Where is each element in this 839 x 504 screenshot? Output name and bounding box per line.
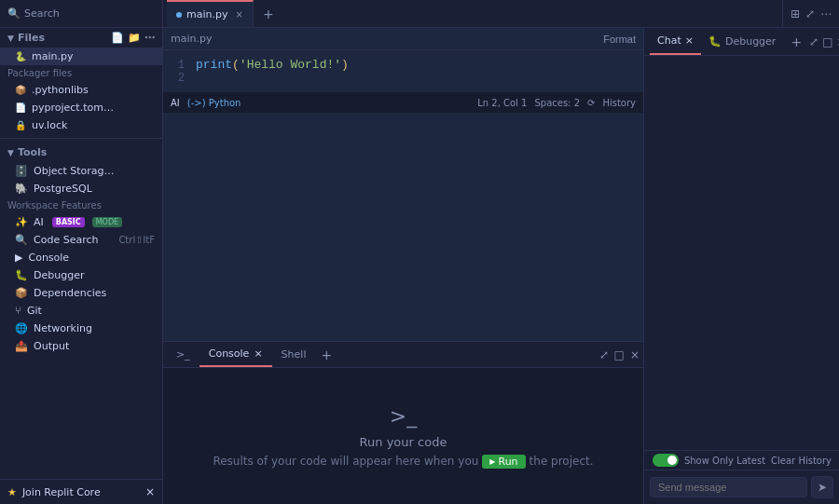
pyproject-icon: 📄 bbox=[15, 102, 26, 113]
git-label: Git bbox=[27, 305, 42, 317]
code-search-shortcut: Ctrl⇧ltF bbox=[118, 235, 155, 245]
pythonlibs-icon: 📦 bbox=[15, 85, 26, 95]
files-section-header[interactable]: ▼ Files 📄 📁 ⋯ bbox=[0, 28, 162, 48]
sidebar-item-code-search[interactable]: 🔍 Code Search Ctrl⇧ltF bbox=[0, 231, 162, 249]
files-more-icon[interactable]: ⋯ bbox=[144, 32, 155, 44]
right-max-icon[interactable]: □ bbox=[822, 35, 832, 48]
debugger-tab-icon: 🐛 bbox=[708, 35, 722, 48]
search-wrap[interactable]: 🔍 Search bbox=[7, 7, 60, 20]
sidebar-item-networking[interactable]: 🌐 Networking bbox=[0, 320, 162, 337]
bottom-tabs-bar: >_ Console × Shell + ⤢ □ × bbox=[163, 342, 643, 368]
networking-label: Networking bbox=[34, 322, 92, 334]
top-bar-search: 🔍 Search bbox=[0, 0, 163, 27]
bottom-panel-icons: ⤢ □ × bbox=[599, 348, 640, 361]
sidebar-file-pyproject[interactable]: 📄 pyproject.tom… bbox=[0, 99, 162, 116]
code-search-icon: 🔍 bbox=[15, 234, 28, 246]
dots-icon[interactable]: ⋯ bbox=[820, 7, 832, 20]
run-instruction-prefix: Results of your code will appear here wh… bbox=[213, 455, 478, 468]
pyproject-label: pyproject.tom… bbox=[32, 102, 114, 114]
debugger-label: Debugger bbox=[34, 269, 84, 281]
tools-section-header[interactable]: ▼ Tools bbox=[0, 143, 162, 162]
tab-shell[interactable]: Shell bbox=[272, 342, 316, 367]
bottom-expand-icon[interactable]: ⤢ bbox=[599, 348, 609, 361]
run-button[interactable]: ▶ Run bbox=[482, 455, 525, 469]
bottom-icon-left[interactable]: >_ bbox=[167, 342, 199, 367]
show-only-latest-toggle[interactable] bbox=[653, 454, 679, 467]
sidebar-file-main-py[interactable]: 🐍 main.py bbox=[0, 48, 162, 65]
chat-input-area: ➤ bbox=[644, 470, 839, 504]
bottom-close-icon[interactable]: × bbox=[630, 348, 640, 361]
status-ai: AI bbox=[171, 98, 180, 108]
sidebar-item-postgresql[interactable]: 🐘 PostgreSQL bbox=[0, 180, 162, 198]
expand-icon[interactable]: ⤢ bbox=[805, 7, 815, 20]
clear-history-btn[interactable]: Clear History bbox=[771, 456, 832, 466]
grid-icon[interactable]: ⊞ bbox=[791, 7, 800, 20]
sidebar-item-output[interactable]: 📤 Output bbox=[0, 337, 162, 355]
chat-messages bbox=[644, 56, 839, 450]
debugger-icon: 🐛 bbox=[15, 269, 28, 281]
new-file-icon[interactable]: 📄 bbox=[111, 32, 124, 44]
add-right-tab-btn[interactable]: + bbox=[783, 34, 809, 49]
join-replit-label: Join Replit Core bbox=[22, 486, 101, 498]
add-tab-btn[interactable]: + bbox=[255, 7, 282, 21]
sidebar-item-console[interactable]: ▶ Console bbox=[0, 249, 162, 266]
git-icon: ⑂ bbox=[15, 305, 21, 317]
new-folder-icon[interactable]: 📁 bbox=[128, 32, 141, 44]
mode-badge: MODE bbox=[92, 217, 122, 227]
run-btn-label: Run bbox=[498, 456, 517, 468]
tools-label: Tools bbox=[18, 146, 47, 158]
tab-close-icon[interactable]: × bbox=[235, 9, 242, 20]
basic-badge: BASIC bbox=[52, 217, 85, 227]
console-icon: ▶ bbox=[15, 252, 22, 264]
terminal-icon-left: >_ bbox=[176, 348, 190, 361]
search-icon: 🔍 bbox=[7, 7, 21, 20]
star-icon: ★ bbox=[7, 486, 17, 498]
console-tab-close[interactable]: × bbox=[254, 347, 262, 360]
debugger-tab-label: Debugger bbox=[725, 35, 776, 48]
sidebar-file-uvlock[interactable]: 🔒 uv.lock bbox=[0, 116, 162, 134]
sidebar-item-object-storage[interactable]: 🗄️ Object Storag… bbox=[0, 162, 162, 180]
chat-input-field[interactable] bbox=[650, 477, 807, 497]
status-position: Ln 2, Col 1 bbox=[477, 98, 527, 108]
sidebar-file-pythonlibs[interactable]: 📦 .pythonlibs bbox=[0, 81, 162, 99]
join-close-icon[interactable]: × bbox=[145, 485, 155, 498]
join-replit-bar[interactable]: ★ Join Replit Core × bbox=[0, 479, 162, 504]
shell-tab-label: Shell bbox=[282, 348, 307, 361]
chat-send-button[interactable]: ➤ bbox=[811, 476, 833, 498]
sidebar-item-debugger[interactable]: 🐛 Debugger bbox=[0, 266, 162, 284]
files-actions: 📄 📁 ⋯ bbox=[111, 32, 155, 44]
dependencies-label: Dependencies bbox=[34, 287, 106, 299]
postgresql-icon: 🐘 bbox=[15, 183, 28, 195]
bottom-max-icon[interactable]: □ bbox=[614, 348, 625, 361]
right-panel-content: Show Only Latest Clear History ➤ bbox=[644, 56, 839, 504]
files-header-left: ▼ Files bbox=[7, 32, 45, 44]
chat-tab-close[interactable]: × bbox=[685, 34, 694, 47]
tab-debugger[interactable]: 🐛 Debugger bbox=[701, 28, 783, 55]
sidebar-item-git[interactable]: ⑂ Git bbox=[0, 302, 162, 320]
editor-top-bar: main.py Format bbox=[163, 28, 643, 50]
terminal-prompt: >_ bbox=[390, 404, 417, 428]
file-tab-main[interactable]: main.py × bbox=[167, 0, 254, 27]
format-button[interactable]: Format bbox=[603, 34, 636, 45]
chat-tab-label: Chat bbox=[657, 34, 681, 47]
tab-console[interactable]: Console × bbox=[199, 342, 272, 367]
run-triangle-icon: ▶ bbox=[489, 457, 495, 466]
top-bar: 🔍 Search main.py × + ⊞ ⤢ ⋯ bbox=[0, 0, 839, 28]
sidebar-item-ai[interactable]: ✨ AI BASIC MODE bbox=[0, 213, 162, 231]
history-icon[interactable]: ⟳ bbox=[587, 98, 595, 108]
editor-content[interactable]: 1 print('Hello World!') 2 bbox=[163, 50, 643, 92]
add-bottom-tab-btn[interactable]: + bbox=[315, 347, 337, 362]
right-expand-icon[interactable]: ⤢ bbox=[809, 35, 818, 48]
editor-breadcrumb: main.py bbox=[171, 33, 212, 45]
tab-chat[interactable]: Chat × bbox=[650, 28, 701, 55]
ai-icon: ✨ bbox=[15, 216, 28, 228]
pythonlibs-label: .pythonlibs bbox=[32, 84, 89, 96]
run-instruction-suffix: the project. bbox=[530, 455, 594, 468]
object-storage-icon: 🗄️ bbox=[15, 165, 28, 177]
console-label: Console bbox=[28, 252, 69, 264]
show-only-latest-bar: Show Only Latest Clear History bbox=[644, 450, 839, 470]
sidebar-item-dependencies[interactable]: 📦 Dependencies bbox=[0, 284, 162, 302]
line-number-1: 1 bbox=[163, 59, 196, 72]
file-tab-label: main.py bbox=[186, 8, 227, 20]
output-label: Output bbox=[34, 340, 69, 352]
